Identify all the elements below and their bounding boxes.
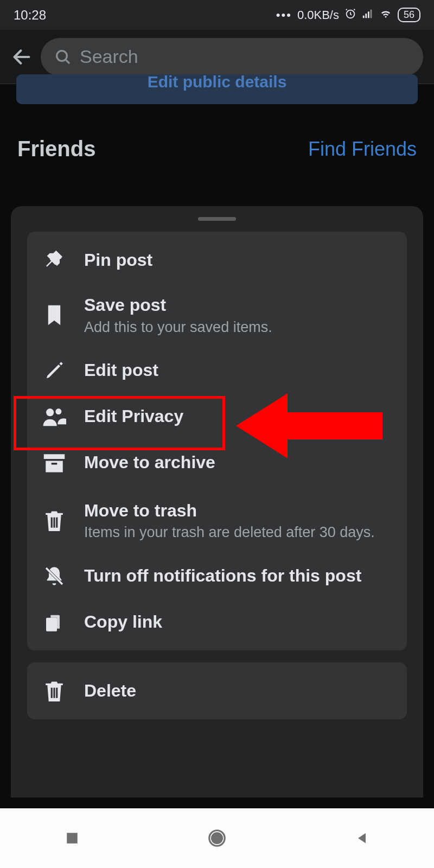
svg-point-9 <box>55 409 61 414</box>
menu-move-trash[interactable]: Move to trash Items in your trash are de… <box>27 486 407 553</box>
trash-icon <box>41 509 68 532</box>
svg-rect-4 <box>371 9 372 18</box>
signal-icon <box>362 8 374 23</box>
menu-item-label: Delete <box>84 680 393 703</box>
svg-point-23 <box>212 833 222 844</box>
menu-item-label: Copy link <box>84 611 393 634</box>
svg-rect-18 <box>51 688 53 698</box>
menu-card-delete: Delete <box>27 662 407 719</box>
friends-heading: Friends <box>17 137 95 161</box>
nav-home-button[interactable] <box>201 822 233 854</box>
back-button[interactable] <box>11 46 33 68</box>
sheet-drag-handle[interactable] <box>198 217 236 221</box>
menu-copy-link[interactable]: Copy link <box>27 599 407 645</box>
find-friends-link[interactable]: Find Friends <box>308 137 417 162</box>
search-placeholder: Search <box>80 46 138 67</box>
menu-save-post[interactable]: Save post Add this to your saved items. <box>27 283 407 348</box>
nav-back-button[interactable] <box>346 822 378 854</box>
square-icon <box>65 831 79 845</box>
menu-pin-post[interactable]: Pin post <box>27 237 407 283</box>
search-icon <box>54 48 72 66</box>
svg-rect-12 <box>52 463 58 465</box>
svg-rect-2 <box>365 14 367 18</box>
menu-turn-off-notifications[interactable]: Turn off notifications for this post <box>27 553 407 599</box>
svg-rect-19 <box>53 688 55 698</box>
back-arrow-icon <box>11 46 33 68</box>
svg-line-7 <box>66 60 69 63</box>
status-time: 10:28 <box>14 8 46 23</box>
svg-rect-21 <box>67 833 78 844</box>
svg-rect-10 <box>44 454 65 459</box>
triangle-left-icon <box>354 831 369 846</box>
menu-item-label: Turn off notifications for this post <box>84 565 393 588</box>
nav-recents-button[interactable] <box>56 822 88 854</box>
svg-rect-3 <box>368 11 369 18</box>
menu-item-label: Save post <box>84 294 393 317</box>
circle-icon <box>207 828 227 848</box>
svg-rect-1 <box>363 15 365 18</box>
svg-point-6 <box>57 50 67 61</box>
menu-card-main: Pin post Save post Add this to your save… <box>27 232 407 650</box>
search-input[interactable]: Search <box>41 38 423 76</box>
android-nav-bar <box>0 808 434 868</box>
menu-item-label: Pin post <box>84 249 393 272</box>
bookmark-icon <box>41 304 68 327</box>
post-options-sheet: Pin post Save post Add this to your save… <box>11 206 423 797</box>
svg-point-8 <box>46 409 54 416</box>
pencil-icon <box>41 360 68 381</box>
menu-move-archive[interactable]: Move to archive <box>27 440 407 486</box>
menu-delete[interactable]: Delete <box>27 668 407 714</box>
svg-rect-13 <box>51 517 53 527</box>
pin-icon <box>41 250 68 271</box>
menu-item-subtitle: Add this to your saved items. <box>84 318 393 337</box>
menu-item-label: Move to archive <box>84 451 393 474</box>
menu-edit-privacy[interactable]: Edit Privacy <box>27 394 407 440</box>
status-bar: 10:28 ••• 0.0KB/s 56 <box>0 0 434 30</box>
wifi-icon <box>379 7 392 23</box>
trash-icon <box>41 680 68 703</box>
edit-public-details-button[interactable]: Edit public details <box>16 74 418 104</box>
menu-item-label: Move to trash <box>84 500 393 522</box>
menu-edit-post[interactable]: Edit post <box>27 348 407 394</box>
menu-item-label: Edit Privacy <box>84 405 393 428</box>
status-right: ••• 0.0KB/s 56 <box>276 7 420 23</box>
alarm-icon <box>344 8 356 23</box>
svg-rect-20 <box>56 688 58 698</box>
menu-item-subtitle: Items in your trash are deleted after 30… <box>84 523 393 542</box>
people-icon <box>41 406 68 427</box>
svg-rect-14 <box>53 517 55 527</box>
battery-icon: 56 <box>398 8 420 22</box>
svg-rect-11 <box>46 461 63 473</box>
copy-icon <box>41 611 68 634</box>
svg-rect-15 <box>56 517 58 527</box>
bell-off-icon <box>41 565 68 588</box>
archive-icon <box>41 453 68 473</box>
menu-item-label: Edit post <box>84 359 393 382</box>
status-data-rate: 0.0KB/s <box>297 8 339 22</box>
